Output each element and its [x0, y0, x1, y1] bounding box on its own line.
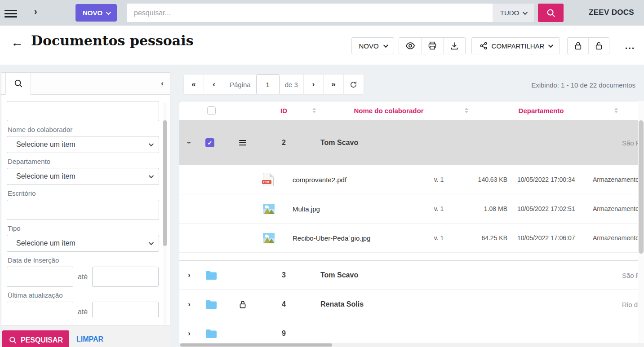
- document-actions-group: [399, 37, 466, 54]
- unlock-button[interactable]: [588, 38, 609, 54]
- type-filter-select[interactable]: Selecione um item: [7, 235, 159, 252]
- share-button[interactable]: COMPARTILHAR: [471, 37, 560, 54]
- sidebar-tab-bar: ‹: [1, 73, 170, 95]
- next-page-button[interactable]: ›: [303, 75, 324, 94]
- row-name: Tom Scavo: [320, 139, 358, 147]
- chevron-down-icon: [548, 43, 553, 48]
- page-number-input[interactable]: [256, 75, 280, 94]
- chevron-down-icon: [149, 141, 154, 146]
- select-all-checkbox[interactable]: [207, 106, 216, 115]
- refresh-button[interactable]: [344, 75, 364, 94]
- table-row[interactable]: ✓ 2 Tom Scavo São P: [179, 120, 644, 165]
- folder-icon: [205, 271, 217, 280]
- table-row[interactable]: 3 Tom Scavo São P: [179, 261, 644, 290]
- chevron-down-icon: [523, 9, 528, 14]
- last-update-to-input[interactable]: [92, 302, 159, 317]
- expand-panel-chevron-icon[interactable]: ›: [34, 6, 37, 17]
- file-size: 64.25 KB: [462, 234, 507, 242]
- file-version: v. 1: [422, 205, 456, 212]
- preview-button[interactable]: [399, 38, 421, 54]
- file-storage: Armazenamento: [593, 234, 639, 242]
- row-expand-chevron-icon[interactable]: [186, 300, 193, 308]
- row-name: Tom Scavo: [320, 271, 358, 279]
- file-row[interactable]: PDF comprovante2.pdf v. 1 140.63 KB 10/0…: [179, 165, 644, 194]
- brand-logo: ZEEV DOCS: [589, 8, 634, 17]
- documents-main: « ‹ Página de 3 › » Exibindo: 1 - 10 de …: [178, 65, 644, 347]
- share-label: COMPARTILHAR: [492, 42, 545, 50]
- last-update-from-input[interactable]: [7, 302, 73, 317]
- row-icon-slot[interactable]: [205, 328, 217, 339]
- collaborator-filter-select[interactable]: Selecione um item: [7, 136, 159, 153]
- global-search-input[interactable]: [127, 4, 493, 22]
- page-label: Página: [224, 81, 256, 88]
- table-body: ✓ 2 Tom Scavo São P PDF comprovante2.pdf…: [179, 120, 644, 347]
- file-name[interactable]: Multa.jpg: [293, 205, 320, 213]
- row-expand-chevron-icon[interactable]: [186, 271, 193, 279]
- file-storage: Armazenamento: [593, 176, 639, 183]
- insert-date-to-input[interactable]: [92, 267, 159, 287]
- title-bar: ← Documentos pessoais NOVO: [0, 26, 644, 65]
- collapse-sidebar-chevron-icon[interactable]: ‹: [161, 79, 164, 88]
- file-name[interactable]: comprovante2.pdf: [293, 176, 346, 184]
- file-name[interactable]: Recibo-Uber-Peda´gio.jpg: [293, 234, 370, 242]
- sort-icon[interactable]: [312, 108, 316, 113]
- refresh-icon: [350, 81, 357, 88]
- row-menu-icon[interactable]: [239, 139, 246, 147]
- previous-page-button[interactable]: ‹: [204, 75, 224, 94]
- new-document-button[interactable]: NOVO: [351, 37, 394, 54]
- column-header-department[interactable]: Departamento: [474, 107, 608, 114]
- back-arrow-icon[interactable]: ←: [11, 35, 23, 50]
- apply-filters-button[interactable]: PESQUISAR: [2, 330, 69, 347]
- office-filter-input[interactable]: [7, 200, 159, 220]
- pagination-bar: « ‹ Página de 3 › »: [183, 74, 364, 95]
- file-size: 140.63 KB: [462, 176, 507, 183]
- documents-table: ID Nome do colaborador Departamento ✓ 2 …: [179, 101, 644, 347]
- filter-form: Nome do colaborador Selecione um item De…: [1, 95, 170, 317]
- select-placeholder: Selecione um item: [16, 172, 76, 180]
- row-id: 2: [262, 139, 305, 147]
- table-vertical-scrollbar[interactable]: [638, 101, 644, 347]
- insert-date-from-input[interactable]: [7, 267, 73, 287]
- search-scope-dropdown[interactable]: TUDO: [493, 4, 534, 22]
- type-filter-label: Tipo: [8, 224, 159, 232]
- more-options-button[interactable]: ...: [621, 39, 639, 53]
- column-header-name[interactable]: Nome do colaborador: [321, 107, 456, 114]
- file-row[interactable]: Multa.jpg v. 1 1.08 MB 10/05/2022 17:02:…: [179, 194, 644, 224]
- first-page-button[interactable]: «: [184, 75, 204, 94]
- row-expand-chevron-icon[interactable]: [186, 329, 193, 338]
- image-file-icon: [263, 204, 275, 214]
- file-type-icon: PDF: [263, 173, 275, 186]
- sort-icon[interactable]: [614, 108, 618, 113]
- date-between-label: até: [78, 273, 88, 281]
- print-button[interactable]: [421, 38, 443, 54]
- insert-date-range: até: [7, 267, 159, 287]
- table-horizontal-scrollbar[interactable]: [179, 343, 644, 347]
- row-expand-chevron-icon[interactable]: [186, 139, 193, 147]
- global-search-button[interactable]: [538, 4, 564, 22]
- last-update-filter-label: Última atualização: [8, 291, 159, 299]
- department-filter-select[interactable]: Selecione um item: [7, 168, 159, 185]
- file-date: 10/05/2022 17:06:07: [517, 234, 575, 242]
- column-header-id[interactable]: ID: [262, 107, 305, 114]
- page-count-label: de 3: [280, 81, 303, 88]
- hamburger-menu-icon[interactable]: [4, 8, 17, 17]
- tab-search-filters[interactable]: [5, 72, 31, 95]
- lock-button[interactable]: [568, 38, 588, 54]
- row-icon-slot[interactable]: [205, 270, 217, 281]
- row-icon-slot[interactable]: [205, 299, 217, 310]
- row-icon-slot[interactable]: ✓: [205, 137, 217, 148]
- sort-icon[interactable]: [465, 108, 468, 113]
- file-type-icon: [263, 231, 275, 245]
- download-button[interactable]: [443, 38, 465, 54]
- keyword-filter-input[interactable]: [7, 101, 159, 121]
- last-page-button[interactable]: »: [324, 75, 344, 94]
- filter-footer: PESQUISAR LIMPAR: [1, 325, 171, 347]
- file-type-icon: [263, 202, 275, 215]
- new-button-topbar[interactable]: NOVO: [76, 4, 117, 22]
- file-row[interactable]: Recibo-Uber-Peda´gio.jpg v. 1 64.25 KB 1…: [179, 224, 644, 253]
- clear-filters-link[interactable]: LIMPAR: [76, 335, 103, 343]
- row-id: 4: [262, 300, 305, 308]
- table-row[interactable]: 4 Renata Solis Rio d: [179, 290, 644, 319]
- sidebar-scrollbar[interactable]: [163, 102, 167, 340]
- row-checkbox-checked[interactable]: ✓: [205, 138, 214, 147]
